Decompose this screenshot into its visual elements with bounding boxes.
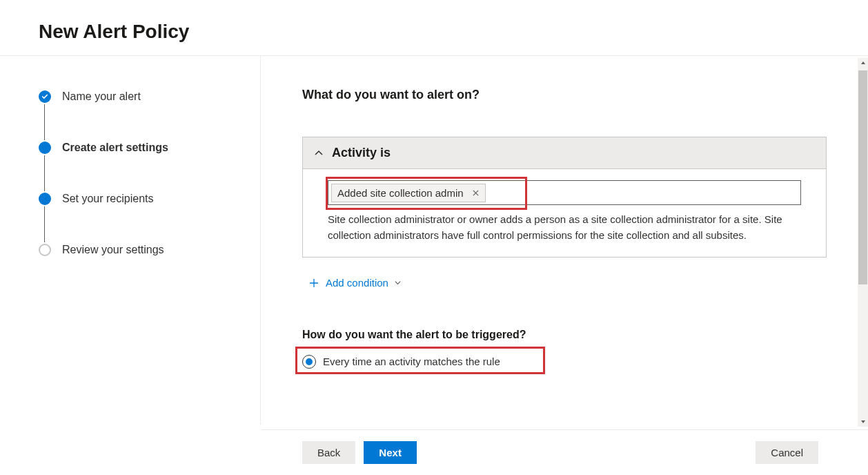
section-heading-alert-on: What do you want to alert on? — [302, 88, 827, 102]
scrollbar[interactable] — [858, 58, 868, 427]
step-connector — [44, 104, 45, 140]
wizard-sidebar: Name your alert Create alert settings Se… — [0, 56, 261, 425]
step-label: Create alert settings — [62, 142, 168, 154]
scroll-down-icon[interactable] — [858, 416, 868, 427]
step-review-settings[interactable]: Review your settings — [39, 244, 260, 256]
step-create-settings[interactable]: Create alert settings — [39, 142, 260, 154]
scrollbar-thumb[interactable] — [858, 70, 867, 284]
step-list: Name your alert Create alert settings Se… — [39, 90, 260, 256]
activity-header-text: Activity is — [332, 146, 391, 160]
page-title: New Alert Policy — [39, 21, 868, 43]
circle-filled-icon — [39, 193, 51, 205]
activity-panel: Activity is Added site collection admin … — [302, 137, 827, 258]
step-name-alert[interactable]: Name your alert — [39, 90, 260, 103]
activity-panel-header[interactable]: Activity is — [303, 137, 826, 169]
back-button[interactable]: Back — [302, 441, 355, 464]
remove-chip-button[interactable] — [472, 189, 480, 197]
chip-label: Added site collection admin — [337, 187, 464, 199]
page-header: New Alert Policy — [0, 0, 868, 56]
add-condition-label: Add condition — [326, 277, 388, 289]
radio-dot-icon — [306, 358, 313, 365]
body-container: Name your alert Create alert settings Se… — [0, 56, 868, 425]
main-content: What do you want to alert on? Activity i… — [261, 56, 868, 425]
activity-panel-body: Added site collection admin Site collect… — [303, 169, 826, 257]
activity-description: Site collection administrator or owner a… — [328, 212, 801, 243]
step-label: Name your alert — [62, 90, 141, 103]
scroll-up-icon[interactable] — [858, 58, 868, 69]
plus-icon — [309, 278, 319, 288]
step-set-recipients[interactable]: Set your recipients — [39, 193, 260, 205]
check-icon — [39, 90, 51, 103]
section-heading-trigger: How do you want the alert to be triggere… — [302, 329, 827, 341]
circle-empty-icon — [39, 244, 51, 256]
radio-icon — [302, 355, 316, 369]
footer-bar: Back Next Cancel — [261, 429, 868, 475]
step-connector — [44, 206, 45, 242]
circle-filled-icon — [39, 142, 51, 154]
cancel-button[interactable]: Cancel — [756, 441, 818, 464]
step-label: Review your settings — [62, 244, 164, 256]
step-label: Set your recipients — [62, 193, 154, 205]
chevron-down-icon — [394, 279, 402, 287]
next-button[interactable]: Next — [364, 441, 417, 464]
activity-input[interactable]: Added site collection admin — [328, 180, 801, 205]
radio-label: Every time an activity matches the rule — [323, 356, 500, 367]
chevron-up-icon — [314, 148, 324, 158]
radio-every-match[interactable]: Every time an activity matches the rule — [302, 351, 511, 373]
step-connector — [44, 155, 45, 191]
radio-option-wrap: Every time an activity matches the rule — [302, 351, 511, 373]
add-condition-button[interactable]: Add condition — [309, 277, 402, 289]
activity-chip[interactable]: Added site collection admin — [331, 184, 486, 202]
